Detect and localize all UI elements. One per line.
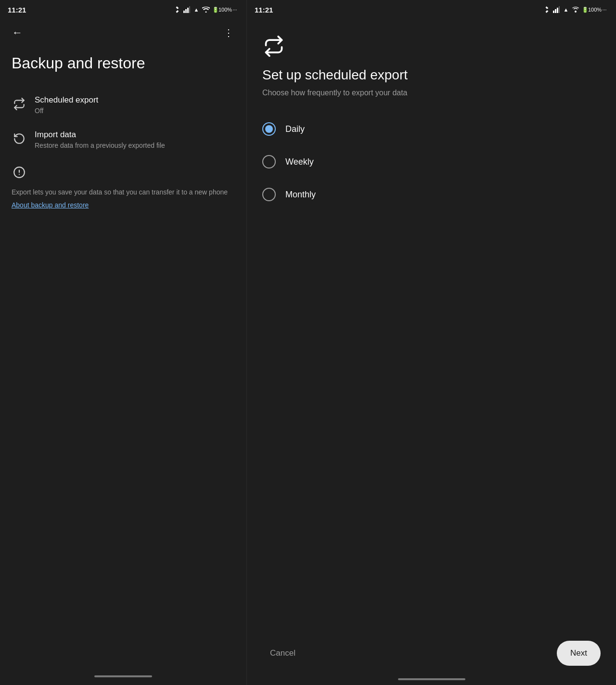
dots-icon: ··· [231,6,239,13]
radio-inner-daily [265,125,273,133]
svg-rect-3 [189,6,190,13]
import-data-title: Import data [35,130,165,140]
dialog-subtitle: Choose how frequently to export your dat… [262,89,601,97]
left-status-bar: 11:21 ▲ 🔋 100% ··· [0,0,246,19]
svg-rect-2 [187,8,189,13]
svg-rect-10 [559,6,560,13]
wifi-icon [202,6,210,13]
right-panel: 11:21 ▲ 🔋 100% ··· [246,0,616,685]
left-battery-text: 100% [221,6,229,13]
radio-circle-monthly [262,188,276,201]
back-button[interactable]: ← [8,23,27,42]
import-data-subtitle: Restore data from a previously exported … [35,142,165,149]
svg-rect-8 [555,9,556,13]
svg-rect-1 [185,9,187,13]
more-dots-icon: ⋮ [224,27,234,39]
right-content: Set up scheduled export Choose how frequ… [247,19,616,685]
info-description: Export lets you save your data so that y… [12,188,235,197]
right-status-time: 11:21 [255,6,273,14]
right-status-icons: ▲ 🔋 100% ··· [543,6,608,13]
radio-option-monthly[interactable]: Monthly [262,178,601,211]
right-wifi-icon [572,6,579,13]
radio-option-weekly[interactable]: Weekly [262,145,601,178]
more-button[interactable]: ⋮ [219,23,239,42]
export-repeat-icon [262,35,285,58]
svg-rect-0 [183,11,185,13]
right-signal-icon [552,6,560,13]
bluetooth-icon [173,6,181,13]
cancel-button[interactable]: Cancel [262,643,303,664]
signal-icon [183,6,191,13]
radio-label-daily: Daily [285,124,305,134]
info-icon-row [12,165,235,180]
radio-option-daily[interactable]: Daily [262,113,601,145]
radio-circle-weekly [262,155,276,168]
scheduled-export-text: Scheduled export Off [35,95,98,115]
right-status-bar: 11:21 ▲ 🔋 100% ··· [247,0,616,19]
info-icon [12,165,27,180]
menu-item-scheduled-export[interactable]: Scheduled export Off [0,88,246,122]
scheduled-export-title: Scheduled export [35,95,98,105]
export-icon-container [262,35,601,58]
menu-item-import-data[interactable]: Import data Restore data from a previous… [0,122,246,157]
right-location-icon: ▲ [562,6,570,13]
left-bottom-indicator [94,675,152,677]
back-arrow-icon: ← [12,26,23,39]
left-status-icons: ▲ 🔋 100% ··· [173,6,239,13]
right-bottom-actions: Cancel Next [247,629,616,685]
right-dots-icon: ··· [601,6,608,13]
radio-label-weekly: Weekly [285,157,314,167]
import-data-text: Import data Restore data from a previous… [35,130,165,149]
scheduled-export-subtitle: Off [35,107,98,115]
import-data-icon [12,131,27,146]
page-title: Backup and restore [0,46,246,88]
next-button[interactable]: Next [557,641,601,666]
svg-rect-7 [553,11,554,13]
radio-circle-daily [262,122,276,136]
right-bottom-indicator [398,678,465,680]
radio-label-monthly: Monthly [285,190,316,200]
left-status-time: 11:21 [8,6,26,14]
right-battery-text: 100% [591,6,599,13]
left-top-bar: ← ⋮ [0,19,246,46]
right-bluetooth-icon [543,6,551,13]
svg-rect-9 [557,8,558,13]
location-icon: ▲ [192,6,200,13]
scheduled-export-icon [12,96,27,112]
info-section: Export lets you save your data so that y… [0,157,246,217]
left-panel: 11:21 ▲ 🔋 100% ··· ← ⋮ Backup and restor… [0,0,246,685]
dialog-title: Set up scheduled export [262,67,601,83]
about-backup-link[interactable]: About backup and restore [12,201,235,209]
